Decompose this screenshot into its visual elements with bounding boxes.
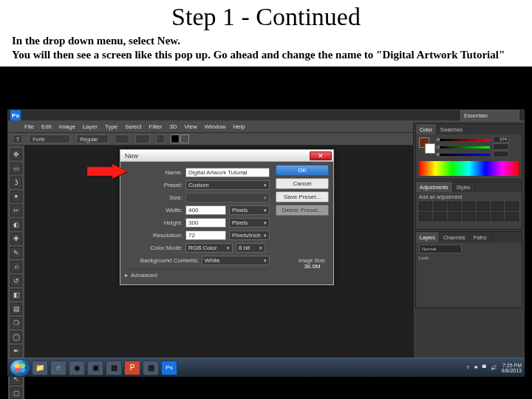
- font-family-select[interactable]: Forte: [29, 134, 70, 143]
- width-unit-select[interactable]: Pixels: [229, 205, 270, 215]
- g-slider[interactable]: [440, 146, 490, 149]
- r-slider[interactable]: [440, 139, 490, 141]
- ps-logo-icon: Ps: [10, 110, 21, 120]
- taskbar-photoshop-icon[interactable]: Ps: [161, 361, 177, 375]
- height-unit-select[interactable]: Pixels: [229, 218, 270, 228]
- instruction-line-1: In the drop down menu, select New.: [12, 34, 520, 48]
- tab-paths[interactable]: Paths: [470, 232, 491, 242]
- advanced-toggle[interactable]: Advanced: [125, 272, 270, 279]
- lasso-tool-icon[interactable]: ʖ: [10, 177, 22, 188]
- layers-panel: Layers Channels Paths Normal Lock:: [415, 231, 522, 308]
- dodge-tool-icon[interactable]: ◯: [10, 331, 22, 343]
- dialog-close-button[interactable]: ✕: [310, 151, 332, 160]
- ok-button[interactable]: OK: [276, 165, 329, 176]
- svg-marker-0: [87, 164, 127, 179]
- antialias-select[interactable]: [135, 134, 150, 143]
- stamp-tool-icon[interactable]: ⎌: [10, 261, 22, 273]
- text-stroke-swatch[interactable]: [180, 134, 189, 143]
- shape-tool-icon[interactable]: ▢: [10, 387, 22, 399]
- history-brush-icon[interactable]: ↺: [10, 275, 22, 287]
- bit-depth-select[interactable]: 8 bit: [236, 243, 265, 253]
- preset-label: Preset:: [125, 182, 183, 188]
- wand-tool-icon[interactable]: ✦: [10, 191, 22, 202]
- marquee-tool-icon[interactable]: ▭: [10, 163, 22, 174]
- eraser-tool-icon[interactable]: ◧: [10, 289, 22, 301]
- workspace-switcher[interactable]: Essentials: [460, 110, 519, 120]
- image-size-readout: Image Size: 38.0M: [299, 258, 326, 270]
- instruction-line-2: You will then see a screen like this pop…: [12, 48, 520, 62]
- menu-select[interactable]: Select: [125, 123, 141, 130]
- taskbar-chrome-icon[interactable]: ◉: [69, 361, 85, 375]
- lock-row: Lock:: [419, 256, 519, 260]
- slide-instructions: In the drop down menu, select New. You w…: [0, 33, 532, 66]
- preset-select[interactable]: Custom: [185, 180, 270, 190]
- text-color-swatches[interactable]: [171, 134, 189, 143]
- name-label: Name:: [125, 169, 183, 176]
- start-button[interactable]: [10, 360, 30, 376]
- font-size-select[interactable]: [115, 134, 129, 143]
- taskbar-app2-icon[interactable]: ▦: [106, 361, 122, 375]
- system-clock[interactable]: 7:25 PM 8/8/2013: [502, 363, 522, 373]
- taskbar-ie-icon[interactable]: e: [50, 361, 66, 375]
- menu-window[interactable]: Window: [205, 123, 225, 130]
- text-fill-swatch[interactable]: [171, 134, 180, 143]
- bg-contents-select[interactable]: White: [202, 256, 270, 265]
- tab-layers[interactable]: Layers: [416, 232, 440, 242]
- blur-tool-icon[interactable]: ❍: [10, 317, 22, 329]
- resolution-input[interactable]: 72: [185, 231, 226, 240]
- tab-color[interactable]: Color: [416, 124, 437, 134]
- taskbar-app-icon[interactable]: ▣: [87, 361, 103, 375]
- menu-help[interactable]: Help: [233, 123, 245, 130]
- blend-mode-select[interactable]: Normal: [419, 245, 462, 253]
- brush-tool-icon[interactable]: ✎: [10, 247, 22, 259]
- menu-image[interactable]: Image: [59, 123, 75, 130]
- font-style-select[interactable]: Regular: [76, 134, 109, 143]
- slide-title: Step 1 - Continued: [0, 0, 532, 33]
- heal-tool-icon[interactable]: ✚: [10, 233, 22, 245]
- resolution-unit-select[interactable]: Pixels/Inch: [229, 231, 270, 240]
- menu-layer[interactable]: Layer: [83, 123, 98, 130]
- color-panel: Color Swatches R 104 G B: [415, 123, 522, 180]
- tray-volume-icon[interactable]: 🔊: [491, 365, 497, 371]
- pen-tool-icon[interactable]: ✒: [10, 345, 22, 357]
- width-input[interactable]: 400: [185, 205, 226, 215]
- name-input[interactable]: Digital Artwork Tutorial: [185, 168, 270, 177]
- b-value[interactable]: [493, 151, 509, 157]
- crop-tool-icon[interactable]: ✂: [10, 205, 22, 216]
- b-slider[interactable]: [440, 154, 490, 156]
- align-left-icon[interactable]: [156, 134, 165, 143]
- photoshop-titlebar: Ps: [8, 110, 524, 120]
- eyedropper-tool-icon[interactable]: ◐: [10, 219, 22, 231]
- gradient-tool-icon[interactable]: ▤: [10, 303, 22, 315]
- r-value[interactable]: 104: [493, 136, 509, 143]
- taskbar-explorer-icon[interactable]: 📁: [32, 361, 48, 375]
- bg-contents-label: Background Contents:: [125, 257, 199, 264]
- height-label: Height:: [125, 219, 183, 226]
- height-input[interactable]: 300: [185, 218, 226, 228]
- move-tool-icon[interactable]: ✥: [10, 149, 22, 160]
- color-spectrum[interactable]: [419, 161, 519, 176]
- tray-help-icon[interactable]: ?: [466, 365, 469, 370]
- menu-3d[interactable]: 3D: [169, 123, 177, 130]
- color-mode-select[interactable]: RGB Color: [185, 243, 233, 253]
- tab-styles[interactable]: Styles: [453, 182, 475, 192]
- g-value[interactable]: [493, 143, 509, 150]
- adjustment-presets[interactable]: [419, 202, 519, 221]
- color-fg-bg-mini[interactable]: [419, 137, 435, 154]
- menu-filter[interactable]: Filter: [149, 123, 163, 130]
- tab-adjustments[interactable]: Adjustments: [416, 182, 453, 192]
- size-select: [185, 193, 270, 202]
- menu-edit[interactable]: Edit: [41, 123, 52, 130]
- menu-type[interactable]: Type: [105, 123, 117, 130]
- menu-file[interactable]: File: [24, 123, 34, 130]
- tab-swatches[interactable]: Swatches: [437, 124, 467, 134]
- tab-channels[interactable]: Channels: [440, 232, 470, 242]
- cancel-button[interactable]: Cancel: [276, 178, 329, 189]
- taskbar-powerpoint-icon[interactable]: P: [124, 361, 140, 375]
- tray-flag-icon[interactable]: ⚑: [474, 365, 478, 371]
- taskbar-app3-icon[interactable]: ▩: [143, 361, 159, 375]
- tool-preset-icon[interactable]: T: [13, 134, 23, 143]
- menu-view[interactable]: View: [185, 123, 197, 130]
- save-preset-button[interactable]: Save Preset...: [276, 191, 329, 202]
- tray-network-icon[interactable]: ▀: [482, 365, 486, 370]
